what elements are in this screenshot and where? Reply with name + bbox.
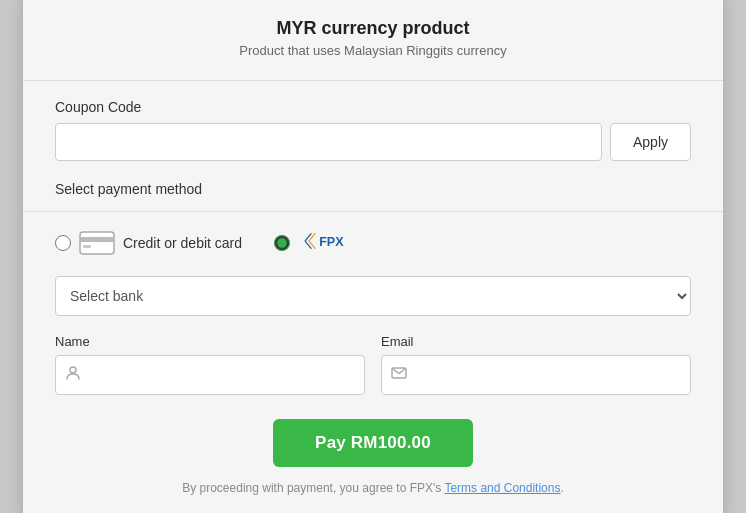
fpx-option[interactable]: FPX [274,230,361,256]
name-input-wrapper [55,355,365,395]
fpx-radio[interactable] [274,235,290,251]
terms-text: By proceeding with payment, you agree to… [55,481,691,495]
card-radio[interactable] [55,235,71,251]
card-option[interactable]: Credit or debit card [55,231,242,255]
divider-top [23,80,723,81]
pay-button[interactable]: Pay RM100.00 [273,419,473,467]
email-input-wrapper [381,355,691,395]
email-field-group: Email [381,334,691,395]
coupon-row: Apply [55,123,691,161]
svg-rect-0 [80,232,114,254]
terms-prefix: By proceeding with payment, you agree to… [182,481,444,495]
modal-title: MYR currency product [55,18,691,39]
name-field-group: Name [55,334,365,395]
terms-suffix: . [560,481,563,495]
coupon-input[interactable] [55,123,602,161]
svg-rect-2 [83,245,91,248]
payment-method-label: Select payment method [55,181,691,197]
svg-marker-3 [304,233,312,249]
payment-modal: MYR currency product Product that uses M… [23,0,723,513]
email-input[interactable] [381,355,691,395]
name-label: Name [55,334,365,349]
email-label: Email [381,334,691,349]
bank-select[interactable]: Select bank Maybank2u CIMB Clicks Public… [55,276,691,316]
fields-row: Name Email [55,334,691,395]
modal-subtitle: Product that uses Malaysian Ringgits cur… [55,43,691,58]
name-input[interactable] [55,355,365,395]
divider-middle [23,211,723,212]
coupon-label: Coupon Code [55,99,691,115]
payment-options: Credit or debit card FPX [55,230,691,256]
terms-link[interactable]: Terms and Conditions [444,481,560,495]
svg-text:FPX: FPX [319,235,344,249]
fpx-logo: FPX [298,230,361,256]
card-icon [79,231,115,255]
apply-button[interactable]: Apply [610,123,691,161]
svg-rect-1 [80,237,114,242]
card-option-label: Credit or debit card [123,235,242,251]
